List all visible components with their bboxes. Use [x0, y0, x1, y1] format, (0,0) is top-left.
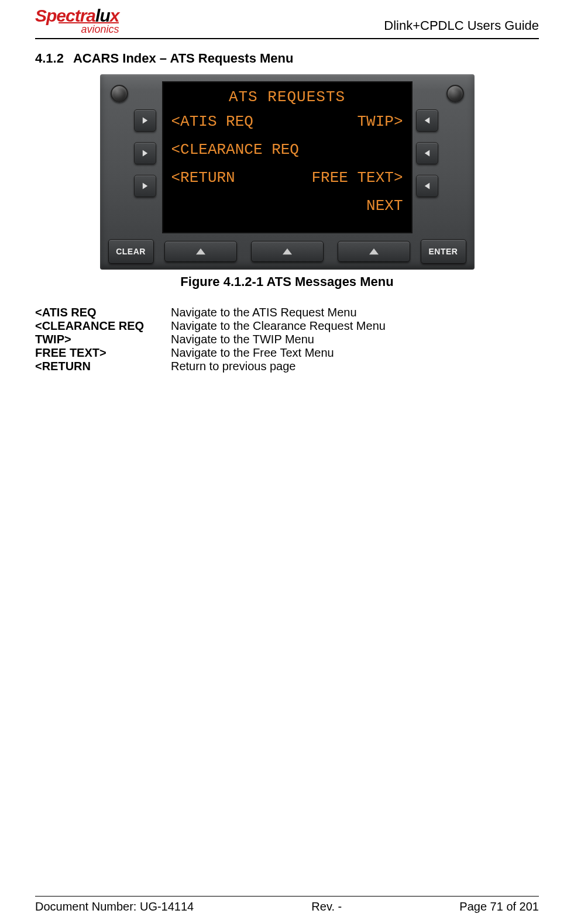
footer-revision: Rev. - — [311, 900, 342, 913]
left-lsk-column — [134, 81, 159, 233]
definition-row: TWIP> Navigate to the TWIP Menu — [35, 333, 539, 346]
screen-row-1: <ATIS REQ TWIP> — [171, 113, 403, 130]
def-desc: Navigate to the Free Text Menu — [171, 346, 539, 360]
rocker-2[interactable] — [251, 241, 324, 262]
svg-marker-6 — [196, 249, 205, 255]
screen-row-2: <CLEARANCE REQ — [171, 141, 403, 158]
def-term: <ATIS REQ — [35, 306, 171, 319]
section-title: ACARS Index – ATS Requests Menu — [73, 51, 294, 65]
selector-knob[interactable] — [446, 85, 464, 102]
svg-marker-1 — [142, 150, 147, 156]
logo: Spectralux avionics — [35, 6, 119, 36]
return-option[interactable]: <RETURN — [171, 169, 235, 187]
page-footer: Document Number: UG-14114 Rev. - Page 71… — [35, 896, 539, 913]
definition-row: <RETURN Return to previous page — [35, 360, 539, 373]
logo-subtext: avionics — [59, 22, 119, 36]
def-desc: Navigate to the Clearance Request Menu — [171, 319, 539, 333]
section-number: 4.1.2 — [35, 51, 64, 66]
footer-page-number: Page 71 of 201 — [459, 900, 539, 913]
right-knob-column — [441, 81, 470, 233]
next-option[interactable]: NEXT — [366, 197, 403, 215]
svg-marker-0 — [142, 117, 147, 123]
svg-marker-2 — [142, 182, 147, 189]
section-heading: 4.1.2ACARS Index – ATS Requests Menu — [35, 51, 539, 66]
twip-option[interactable]: TWIP> — [357, 113, 403, 130]
lsk-l2-button[interactable] — [134, 142, 156, 164]
right-lsk-column — [416, 81, 441, 233]
rocker-3[interactable] — [338, 241, 410, 262]
arrow-up-icon — [196, 248, 205, 255]
definition-row: <ATIS REQ Navigate to the ATIS Request M… — [35, 306, 539, 319]
enter-button[interactable]: ENTER — [421, 239, 466, 264]
device-bottom-row: CLEAR ENTER — [105, 233, 470, 265]
display-screen: ATS REQUESTS <ATIS REQ TWIP> <CLEARANCE … — [162, 81, 413, 233]
lsk-r3-button[interactable] — [416, 175, 438, 197]
svg-marker-3 — [424, 117, 429, 123]
definition-row: <CLEARANCE REQ Navigate to the Clearance… — [35, 319, 539, 333]
arrow-left-icon — [423, 149, 431, 157]
def-term: FREE TEXT> — [35, 346, 171, 360]
lsk-r2-button[interactable] — [416, 142, 438, 164]
page-header: Spectralux avionics Dlink+CPDLC Users Gu… — [35, 6, 539, 39]
free-text-option[interactable]: FREE TEXT> — [311, 169, 403, 187]
avionics-device: ATS REQUESTS <ATIS REQ TWIP> <CLEARANCE … — [100, 74, 475, 270]
lsk-r1-button[interactable] — [416, 109, 438, 132]
definition-row: FREE TEXT> Navigate to the Free Text Men… — [35, 346, 539, 360]
arrow-right-icon — [141, 116, 149, 125]
arrow-left-icon — [423, 116, 431, 125]
def-desc: Return to previous page — [171, 360, 539, 373]
arrow-up-icon — [283, 248, 292, 255]
left-knob-column — [105, 81, 134, 233]
lsk-l3-button[interactable] — [134, 175, 156, 197]
atis-req-option[interactable]: <ATIS REQ — [171, 113, 253, 130]
screen-row-3: <RETURN FREE TEXT> — [171, 169, 403, 187]
document-title: Dlink+CPDLC Users Guide — [384, 18, 539, 33]
definitions-list: <ATIS REQ Navigate to the ATIS Request M… — [35, 306, 539, 373]
clear-button[interactable]: CLEAR — [108, 239, 154, 264]
arrow-left-icon — [423, 182, 431, 190]
lsk-l1-button[interactable] — [134, 109, 156, 132]
screen-row-4: NEXT — [171, 197, 403, 215]
svg-marker-4 — [424, 150, 429, 156]
svg-marker-8 — [369, 249, 379, 255]
def-term: TWIP> — [35, 333, 171, 346]
def-term: <CLEARANCE REQ — [35, 319, 171, 333]
def-desc: Navigate to the ATIS Request Menu — [171, 306, 539, 319]
svg-marker-7 — [283, 249, 292, 255]
device-figure: ATS REQUESTS <ATIS REQ TWIP> <CLEARANCE … — [35, 74, 539, 289]
figure-caption: Figure 4.1.2-1 ATS Messages Menu — [35, 274, 539, 289]
def-term: <RETURN — [35, 360, 171, 373]
footer-doc-number: Document Number: UG-14114 — [35, 900, 194, 913]
def-desc: Navigate to the TWIP Menu — [171, 333, 539, 346]
clearance-req-option[interactable]: <CLEARANCE REQ — [171, 141, 299, 158]
rocker-1[interactable] — [164, 241, 237, 262]
screen-title: ATS REQUESTS — [171, 88, 403, 106]
arrow-right-icon — [141, 149, 149, 157]
svg-marker-5 — [424, 182, 429, 189]
arrow-up-icon — [369, 248, 379, 255]
brightness-knob[interactable] — [111, 85, 128, 102]
arrow-right-icon — [141, 182, 149, 190]
